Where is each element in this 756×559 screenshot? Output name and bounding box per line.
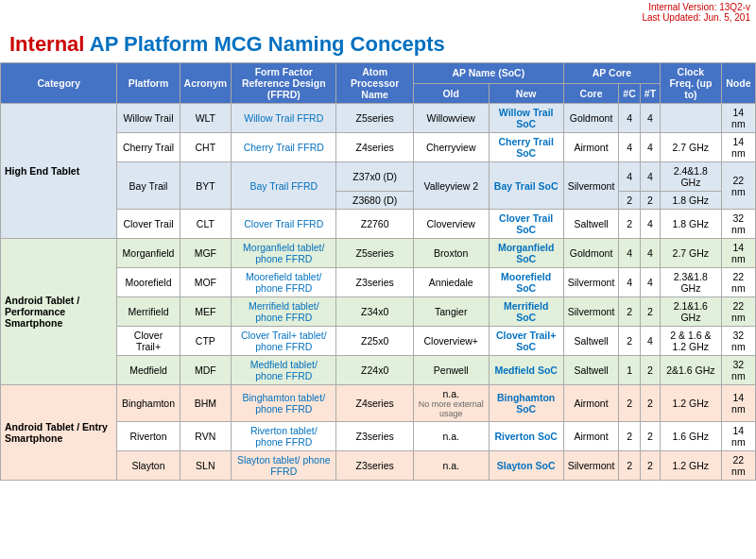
- ap-new-cell: Moorefield SoC: [489, 268, 563, 297]
- ap-new-cell: Medfield SoC: [489, 356, 563, 385]
- ap-old-cell: Valleyview 2: [413, 162, 489, 210]
- col-category: Category: [1, 63, 117, 104]
- core-cell: Silvermont: [563, 451, 619, 481]
- platform-cell: Binghamton: [117, 385, 180, 422]
- t-cell: 2: [640, 297, 660, 327]
- node-cell: 22 nm: [721, 297, 755, 327]
- ap-old-cell: Cloverview: [413, 210, 489, 239]
- core-cell: Airmont: [563, 133, 619, 162]
- ffrd-cell: Morganfield tablet/ phone FFRD: [232, 239, 336, 268]
- core-cell: Silvermont: [563, 297, 619, 327]
- acronym-cell: SLN: [180, 451, 232, 481]
- ap-old-cell: Broxton: [413, 239, 489, 268]
- ap-new-cell: Merrifield SoC: [489, 297, 563, 327]
- clock-cell: [661, 104, 722, 133]
- ap-old-cell: Anniedale: [413, 268, 489, 297]
- core-cell: Goldmont: [563, 104, 619, 133]
- acronym-cell: BHM: [180, 385, 232, 422]
- t-cell: 4: [640, 104, 660, 133]
- platform-cell: Slayton: [117, 451, 180, 481]
- t-cell2: 2: [640, 192, 660, 210]
- t-cell: 2: [640, 422, 660, 451]
- col-ap-old: Old: [413, 83, 489, 104]
- atom-cell: Z2760: [336, 210, 413, 239]
- ap-old-cell: Cloverview+: [413, 327, 489, 356]
- ffrd-cell: Moorefield tablet/ phone FFRD: [232, 268, 336, 297]
- ap-new-cell: Binghamton SoC: [489, 385, 563, 422]
- c-cell: 2: [619, 385, 640, 422]
- col-hasht: #T: [640, 83, 660, 104]
- atom-cell: Z3series: [336, 451, 413, 481]
- table-row: Android Tablet / Entry SmartphoneBingham…: [1, 385, 756, 422]
- clock-cell: 2.1&1.6 GHz: [661, 297, 722, 327]
- t-cell: 4: [640, 133, 660, 162]
- c-cell: 2: [619, 327, 640, 356]
- acronym-cell: MDF: [180, 356, 232, 385]
- c-cell: 4: [619, 239, 640, 268]
- c-cell: 2: [619, 422, 640, 451]
- ffrd-cell: Merrifield tablet/ phone FFRD: [232, 297, 336, 327]
- ffrd-cell: Clover Trail+ tablet/ phone FFRD: [232, 327, 336, 356]
- core-cell: Saltwell: [563, 356, 619, 385]
- col-ap-new: New: [489, 83, 563, 104]
- col-clock: Clock Freq. (up to): [661, 63, 722, 104]
- category-cell: Android Tablet / Performance Smartphone: [1, 239, 117, 385]
- core-cell: Saltwell: [563, 327, 619, 356]
- platform-cell: Riverton: [117, 422, 180, 451]
- t-cell: 4: [640, 162, 660, 192]
- c-cell: 4: [619, 162, 640, 192]
- ffrd-cell: Willow Trail FFRD: [232, 104, 336, 133]
- atom-cell: Z3series: [336, 268, 413, 297]
- ffrd-cell: Bay Trail FFRD: [232, 162, 336, 210]
- c-cell: 4: [619, 268, 640, 297]
- clock-cell: 2.3&1.8 GHz: [661, 268, 722, 297]
- clock-cell: 2.4&1.8 GHz: [661, 162, 722, 192]
- atom-cell: Z24x0: [336, 356, 413, 385]
- platform-cell: Medfield: [117, 356, 180, 385]
- node-cell: 32 nm: [721, 356, 755, 385]
- t-cell: 4: [640, 210, 660, 239]
- col-ap-name: AP Name (SoC): [413, 63, 563, 84]
- c-cell: 2: [619, 210, 640, 239]
- ffrd-cell: Riverton tablet/ phone FFRD: [232, 422, 336, 451]
- clock-cell: 2.7 GHz: [661, 239, 722, 268]
- acronym-cell: CLT: [180, 210, 232, 239]
- ap-new-cell: Slayton SoC: [489, 451, 563, 481]
- clock-cell: 1.8 GHz: [661, 210, 722, 239]
- ap-new-cell: Morganfield SoC: [489, 239, 563, 268]
- col-core: Core: [563, 83, 619, 104]
- ap-new-cell: Clover Trail SoC: [489, 210, 563, 239]
- top-bar: Internal Version: 13Q2-v Last Updated: J…: [0, 0, 756, 25]
- acronym-cell: BYT: [180, 162, 232, 210]
- ap-old-cell: n.a.No more external usage: [413, 385, 489, 422]
- platform-cell: Merrifield: [117, 297, 180, 327]
- ap-old-cell: n.a.: [413, 451, 489, 481]
- atom-cell: Z3series: [336, 422, 413, 451]
- atom-cell: Z4series: [336, 385, 413, 422]
- acronym-cell: CHT: [180, 133, 232, 162]
- atom-cell: Z25x0: [336, 327, 413, 356]
- t-cell: 4: [640, 239, 660, 268]
- table-row: High End TabletWillow TrailWLTWillow Tra…: [1, 104, 756, 133]
- ap-new-cell: Clover Trail+ SoC: [489, 327, 563, 356]
- platform-cell: Moorefield: [117, 268, 180, 297]
- main-table: Category Platform Acronym Form Factor Re…: [0, 62, 756, 481]
- table-row: Android Tablet / Performance SmartphoneM…: [1, 239, 756, 268]
- ffrd-cell: Medfield tablet/ phone FFRD: [232, 356, 336, 385]
- ap-old-cell: Cherryview: [413, 133, 489, 162]
- col-platform: Platform: [117, 63, 180, 104]
- c-cell: 4: [619, 133, 640, 162]
- platform-cell: Bay Trail: [117, 162, 180, 210]
- acronym-cell: CTP: [180, 327, 232, 356]
- node-cell: 14 nm: [721, 239, 755, 268]
- node-cell: 32 nm: [721, 327, 755, 356]
- clock-cell: 1.6 GHz: [661, 422, 722, 451]
- t-cell: 4: [640, 327, 660, 356]
- ap-new-cell: Willow Trail SoC: [489, 104, 563, 133]
- t-cell: 2: [640, 385, 660, 422]
- col-node: Node: [721, 63, 755, 104]
- title-highlight: AP Platform MCG Naming Concepts: [90, 32, 445, 56]
- atom-cell-1: Z37x0 (D): [336, 162, 413, 192]
- ap-old-cell: Willowview: [413, 104, 489, 133]
- col-ap-core: AP Core: [563, 63, 660, 84]
